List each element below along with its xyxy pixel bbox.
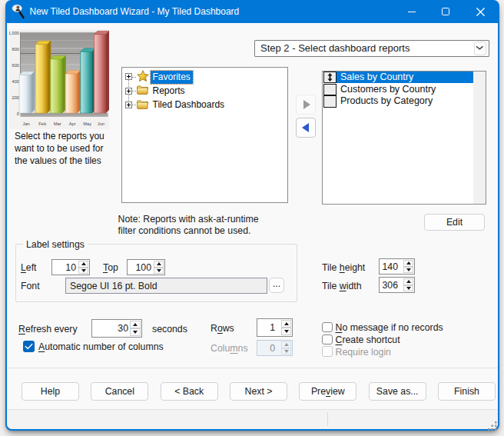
svg-text:Feb: Feb <box>38 121 46 126</box>
svg-text:0: 0 <box>17 111 19 116</box>
svg-text:200: 200 <box>12 95 20 100</box>
svg-text:800: 800 <box>12 47 20 52</box>
svg-text:Mar: Mar <box>54 121 61 126</box>
svg-text:1,000: 1,000 <box>9 31 19 35</box>
svg-text:May: May <box>83 121 91 126</box>
svg-text:Jun: Jun <box>98 121 104 126</box>
svg-text:400: 400 <box>12 79 20 84</box>
svg-text:600: 600 <box>12 63 20 68</box>
svg-text:Apr: Apr <box>69 121 76 126</box>
svg-text:Jan: Jan <box>23 121 30 126</box>
